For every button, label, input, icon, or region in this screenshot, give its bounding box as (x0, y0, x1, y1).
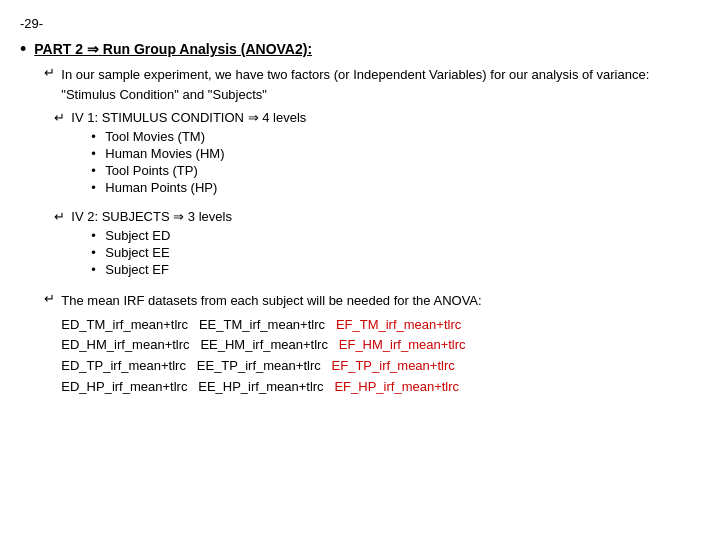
iv2-label: IV 2: SUBJECTS (71, 209, 169, 224)
mean-row-1: ED_TM_irf_mean+tlrc EE_TM_irf_mean+tlrc … (61, 315, 481, 336)
iv2-arrow: ↵ (54, 209, 65, 224)
mean-row-3: ED_TP_irf_mean+tlrc EE_TP_irf_mean+tlrc … (61, 356, 481, 377)
list-item: Subject EF (91, 262, 232, 277)
iv1-section: ↵ IV 1: STIMULUS CONDITION ⇒ 4 levels To… (44, 110, 700, 197)
mean-intro: The mean IRF datasets from each subject … (61, 291, 481, 311)
mean-ef-tp: EF_TP_irf_mean+tlrc (332, 358, 455, 373)
run-group-label: Run Group Analysis (ANOVA2): (103, 41, 312, 57)
iv2-list: Subject ED Subject EE Subject EF (91, 228, 232, 277)
iv1-item-2: Human Movies (HM) (105, 146, 224, 161)
list-item: Tool Points (TP) (91, 163, 306, 178)
iv2-item-3: Subject EF (105, 262, 169, 277)
part-heading: PART 2 ⇒ Run Group Analysis (ANOVA2): (34, 41, 700, 57)
intro-text: In our sample experiment, we have two fa… (61, 65, 700, 104)
sub-arrow-1: ↵ (44, 65, 55, 80)
mean-ed-tp: ED_TP_irf_mean+tlrc (61, 358, 186, 373)
iv1-list: Tool Movies (TM) Human Movies (HM) Tool … (91, 129, 306, 195)
mean-ee-tp: EE_TP_irf_mean+tlrc (197, 358, 321, 373)
iv1-heading: IV 1: STIMULUS CONDITION ⇒ 4 levels (71, 110, 306, 125)
mean-ef-hm: EF_HM_irf_mean+tlrc (339, 337, 466, 352)
iv1-label: IV 1: STIMULUS CONDITION (71, 110, 244, 125)
iv1-item-1: Tool Movies (TM) (105, 129, 205, 144)
mean-ee-hp: EE_HP_irf_mean+tlrc (198, 379, 323, 394)
iv1-bullet: ↵ IV 1: STIMULUS CONDITION ⇒ 4 levels To… (54, 110, 700, 197)
mean-ed-hm: ED_HM_irf_mean+tlrc (61, 337, 189, 352)
main-bullet-dot: • (20, 39, 26, 60)
intro-bullet: ↵ In our sample experiment, we have two … (44, 65, 700, 104)
list-item: Subject ED (91, 228, 232, 243)
list-item: Tool Movies (TM) (91, 129, 306, 144)
list-item: Human Points (HP) (91, 180, 306, 195)
iv2-heading: IV 2: SUBJECTS ⇒ 3 levels (71, 209, 232, 224)
page-container: -29- • PART 2 ⇒ Run Group Analysis (ANOV… (0, 0, 720, 540)
iv1-item-4: Human Points (HP) (105, 180, 217, 195)
iv2-levels: 3 levels (188, 209, 232, 224)
mean-ee-hm: EE_HM_irf_mean+tlrc (200, 337, 328, 352)
mean-row-4: ED_HP_irf_mean+tlrc EE_HP_irf_mean+tlrc … (61, 377, 481, 398)
iv2-section: ↵ IV 2: SUBJECTS ⇒ 3 levels Subject ED S… (44, 209, 700, 279)
mean-arrow: ↵ (44, 291, 55, 306)
iv2-item-2: Subject EE (105, 245, 169, 260)
iv2-bullet: ↵ IV 2: SUBJECTS ⇒ 3 levels Subject ED S… (54, 209, 700, 279)
iv2-item-1: Subject ED (105, 228, 170, 243)
iv2-arrow-symbol: ⇒ (173, 209, 184, 224)
intro-paragraph: In our sample experiment, we have two fa… (61, 67, 649, 102)
list-item: Subject EE (91, 245, 232, 260)
iv1-content: IV 1: STIMULUS CONDITION ⇒ 4 levels Tool… (71, 110, 306, 197)
mean-row-2: ED_HM_irf_mean+tlrc EE_HM_irf_mean+tlrc … (61, 335, 481, 356)
iv2-content: IV 2: SUBJECTS ⇒ 3 levels Subject ED Sub… (71, 209, 232, 279)
mean-ee-tm: EE_TM_irf_mean+tlrc (199, 317, 325, 332)
main-bullet: • PART 2 ⇒ Run Group Analysis (ANOVA2): … (20, 41, 700, 398)
mean-ef-hp: EF_HP_irf_mean+tlrc (334, 379, 459, 394)
mean-ed-tm: ED_TM_irf_mean+tlrc (61, 317, 188, 332)
iv1-levels: 4 levels (262, 110, 306, 125)
mean-datasets: ED_TM_irf_mean+tlrc EE_TM_irf_mean+tlrc … (61, 315, 481, 398)
main-content: PART 2 ⇒ Run Group Analysis (ANOVA2): ↵ … (34, 41, 700, 398)
mean-content: The mean IRF datasets from each subject … (61, 291, 481, 398)
mean-section: ↵ The mean IRF datasets from each subjec… (44, 291, 700, 398)
part-label: PART 2 (34, 41, 83, 57)
iv1-arrow: ↵ (54, 110, 65, 125)
arrow-symbol: ⇒ (87, 41, 99, 57)
page-number: -29- (20, 16, 700, 31)
list-item: Human Movies (HM) (91, 146, 306, 161)
iv1-item-3: Tool Points (TP) (105, 163, 197, 178)
iv1-arrow-symbol: ⇒ (248, 110, 259, 125)
mean-ef-tm: EF_TM_irf_mean+tlrc (336, 317, 461, 332)
mean-ed-hp: ED_HP_irf_mean+tlrc (61, 379, 187, 394)
